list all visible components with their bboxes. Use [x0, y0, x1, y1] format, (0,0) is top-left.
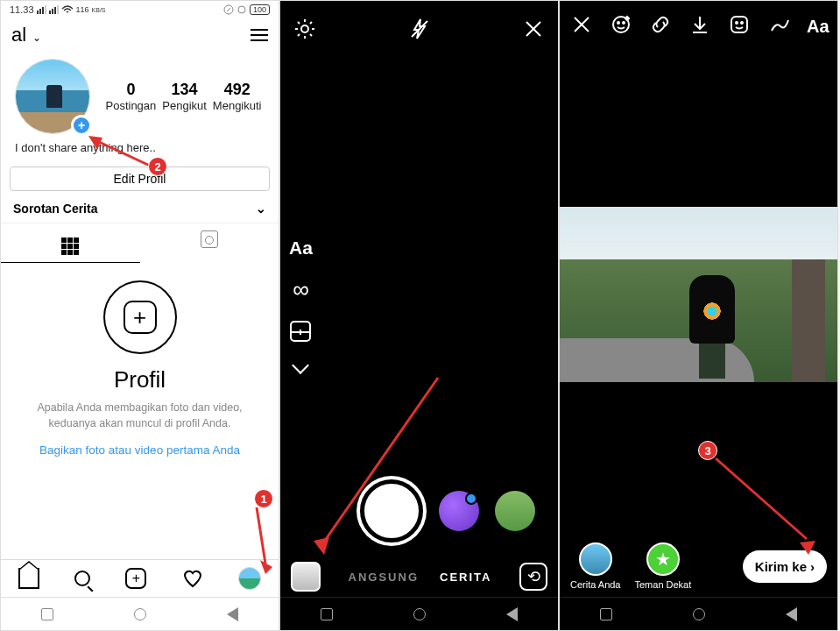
search-tab[interactable] — [74, 571, 90, 586]
close-friends-button[interactable]: ★ Teman Dekat — [634, 542, 691, 590]
username-dropdown[interactable]: al ⌄ — [11, 24, 41, 46]
svg-point-1 — [238, 6, 245, 13]
svg-marker-21 — [800, 541, 815, 555]
close-button[interactable] — [521, 17, 546, 45]
flash-button[interactable] — [407, 17, 432, 45]
svg-marker-11 — [314, 537, 329, 555]
callout-2: 2 — [148, 157, 167, 176]
profile-stats: 0Postingan 134Pengikut 492Mengikuti — [102, 81, 265, 112]
signal-icon — [37, 5, 46, 14]
battery-level: 100 — [250, 4, 270, 15]
tab-grid[interactable] — [1, 223, 140, 263]
android-nav-bar — [560, 597, 837, 630]
empty-description: Apabila Anda membagikan foto dan video, … — [22, 401, 258, 431]
nav-home[interactable] — [693, 608, 705, 620]
tab-tagged[interactable] — [140, 223, 279, 263]
face-filter-button[interactable] — [610, 13, 632, 39]
nav-home[interactable] — [134, 608, 146, 620]
android-nav-bar — [1, 597, 279, 630]
empty-state: + Profil Apabila Anda membagikan foto da… — [1, 263, 279, 457]
callout-1: 1 — [254, 489, 273, 508]
status-bar: 11.33 116 KB/S 100 — [1, 1, 279, 18]
nav-recent[interactable] — [321, 608, 333, 620]
stat-posts[interactable]: 0Postingan — [105, 81, 156, 112]
create-tab[interactable]: + — [125, 568, 146, 589]
signal-icon-2 — [49, 5, 59, 14]
story-tools-sidebar: Aa ∞ — [289, 238, 313, 372]
callout-3: 3 — [698, 441, 717, 460]
svg-point-19 — [741, 22, 743, 24]
profile-avatar[interactable]: + — [15, 59, 90, 134]
nav-recent[interactable] — [600, 608, 612, 620]
effect-filter-2[interactable] — [495, 491, 535, 531]
boomerang-tool[interactable]: ∞ — [293, 276, 309, 303]
profile-header: al ⌄ — [1, 18, 279, 50]
story-photo[interactable] — [560, 207, 837, 382]
nav-back[interactable] — [786, 607, 797, 621]
mode-story[interactable]: CERITA — [440, 571, 491, 584]
status-time: 11.33 — [10, 4, 34, 15]
hamburger-menu-button[interactable] — [251, 29, 268, 41]
create-post-circle[interactable]: + — [103, 280, 177, 354]
nav-recent[interactable] — [41, 608, 53, 620]
svg-line-2 — [257, 507, 265, 564]
story-camera-screen: Aa ∞ ANGSUNG CERITA ⟲ — [279, 0, 559, 631]
activity-tab[interactable] — [182, 568, 203, 589]
net-speed: 116 — [76, 5, 89, 14]
draw-button[interactable] — [767, 13, 790, 39]
net-unit: KB/S — [92, 7, 106, 13]
your-story-button[interactable]: Cerita Anda — [570, 542, 620, 590]
profile-screen: 11.33 116 KB/S 100 al ⌄ + 0Postingan 134… — [0, 0, 279, 631]
close-friends-icon: ★ — [646, 542, 680, 576]
svg-line-20 — [716, 458, 807, 539]
svg-line-10 — [322, 378, 438, 544]
story-edit-screen: Aa Cerita Anda ★ Teman Dekat Kirim ke › … — [559, 0, 838, 631]
text-button[interactable]: Aa — [807, 17, 829, 37]
username: al — [11, 24, 26, 46]
text-tool[interactable]: Aa — [289, 238, 313, 259]
bottom-tab-bar: + — [1, 559, 279, 597]
switch-camera-button[interactable]: ⟲ — [519, 563, 547, 591]
svg-point-16 — [623, 22, 625, 24]
stat-followers[interactable]: 134Pengikut — [162, 81, 207, 112]
sticker-button[interactable] — [728, 13, 751, 39]
tagged-icon — [201, 230, 218, 248]
grid-icon — [61, 238, 79, 255]
link-button[interactable] — [649, 13, 672, 39]
svg-point-15 — [618, 22, 619, 24]
gallery-button[interactable] — [291, 562, 321, 592]
your-story-icon — [579, 542, 612, 576]
save-button[interactable] — [688, 13, 711, 39]
nav-back[interactable] — [506, 607, 518, 621]
share-first-link[interactable]: Bagikan foto atau video pertama Anda — [22, 443, 258, 457]
nav-home[interactable] — [413, 608, 426, 620]
svg-line-4 — [97, 141, 150, 166]
chevron-right-icon: › — [810, 559, 815, 574]
chevron-down-icon: ⌄ — [256, 202, 266, 216]
android-nav-bar — [280, 597, 558, 630]
alarm-icon — [236, 4, 247, 15]
profile-tabs — [1, 223, 279, 263]
layout-tool[interactable] — [290, 321, 311, 342]
svg-rect-17 — [731, 17, 747, 32]
nav-back[interactable] — [227, 607, 238, 621]
svg-point-6 — [301, 25, 308, 32]
wifi-icon — [61, 5, 74, 14]
home-tab[interactable] — [18, 568, 39, 589]
svg-point-18 — [736, 22, 738, 24]
story-highlights-toggle[interactable]: Sorotan Cerita ⌄ — [1, 191, 279, 223]
stat-following[interactable]: 492Mengikuti — [213, 81, 262, 112]
close-button[interactable] — [570, 13, 593, 39]
mode-live[interactable]: ANGSUNG — [349, 571, 419, 584]
dnd-icon — [223, 4, 234, 15]
camera-modes: ANGSUNG CERITA — [336, 571, 504, 584]
empty-title: Profil — [22, 366, 258, 393]
chevron-down-icon: ⌄ — [32, 32, 41, 44]
settings-button[interactable] — [293, 17, 317, 45]
